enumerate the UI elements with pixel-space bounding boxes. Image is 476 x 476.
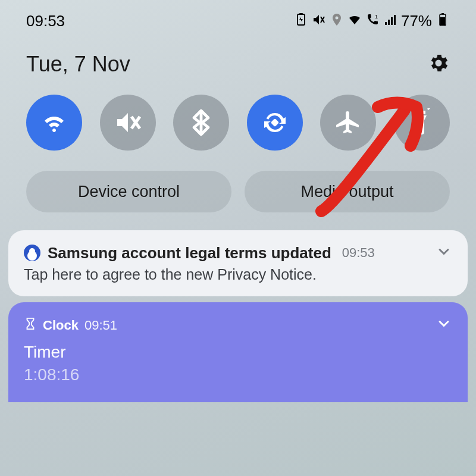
airplane-icon <box>334 108 362 137</box>
timer-title: Timer <box>24 343 452 362</box>
svg-point-4 <box>335 16 338 19</box>
airplane-toggle[interactable] <box>320 95 376 151</box>
expand-button[interactable] <box>436 315 452 336</box>
battery-saver-icon <box>294 12 308 30</box>
timer-countdown: 1:08:16 <box>24 365 452 384</box>
notification-time: 09:53 <box>342 245 375 261</box>
notification-time: 09:51 <box>84 318 117 333</box>
chevron-down-icon <box>436 315 452 332</box>
notification-clock[interactable]: Clock 09:51 Timer 1:08:16 <box>8 302 468 402</box>
device-control-button[interactable]: Device control <box>26 171 231 212</box>
svg-line-16 <box>414 108 416 109</box>
svg-rect-6 <box>385 22 387 25</box>
svg-rect-12 <box>441 13 444 15</box>
date-label: Tue, 7 Nov <box>26 52 130 77</box>
status-time: 09:53 <box>26 12 65 30</box>
svg-rect-1 <box>299 13 303 15</box>
svg-rect-9 <box>394 15 396 25</box>
battery-percent: 77% <box>401 12 432 30</box>
svg-rect-7 <box>388 20 390 25</box>
location-icon <box>330 12 344 30</box>
wifi-calling-icon: 1 <box>365 12 380 30</box>
wifi-status-icon <box>347 12 362 30</box>
svg-rect-11 <box>440 17 445 25</box>
svg-text:1: 1 <box>375 14 378 20</box>
svg-rect-8 <box>391 17 393 25</box>
media-output-label: Media output <box>300 183 393 201</box>
wifi-icon <box>40 108 68 137</box>
bluetooth-toggle[interactable] <box>173 95 229 151</box>
gear-icon <box>427 52 450 74</box>
mute-icon <box>312 12 326 30</box>
device-control-label: Device control <box>78 183 180 201</box>
wifi-toggle[interactable] <box>26 95 82 151</box>
svg-line-18 <box>428 108 430 109</box>
rotate-toggle[interactable] <box>247 95 303 151</box>
account-icon <box>24 245 40 261</box>
flashlight-toggle[interactable] <box>394 95 450 151</box>
media-output-button[interactable]: Media output <box>245 171 450 212</box>
flashlight-icon <box>408 108 436 137</box>
settings-button[interactable] <box>427 52 450 77</box>
notification-body: Tap here to agree to the new Privacy Not… <box>24 266 452 283</box>
notification-title: Samsung account legal terms updated <box>48 244 331 262</box>
bluetooth-icon <box>187 108 215 137</box>
battery-icon <box>436 12 450 30</box>
sound-toggle[interactable] <box>100 95 156 151</box>
signal-icon <box>383 12 397 30</box>
hourglass-icon <box>24 317 37 334</box>
quick-toggles <box>0 84 476 160</box>
svg-rect-15 <box>271 118 279 127</box>
notification-app: Clock <box>43 318 79 333</box>
chevron-down-icon <box>436 243 452 260</box>
notification-samsung[interactable]: Samsung account legal terms updated 09:5… <box>8 230 468 296</box>
status-bar: 09:53 1 77% <box>0 0 476 35</box>
expand-button[interactable] <box>436 243 452 262</box>
status-icons: 1 77% <box>294 12 450 30</box>
mute-icon <box>114 108 142 137</box>
auto-rotate-icon <box>261 108 289 137</box>
